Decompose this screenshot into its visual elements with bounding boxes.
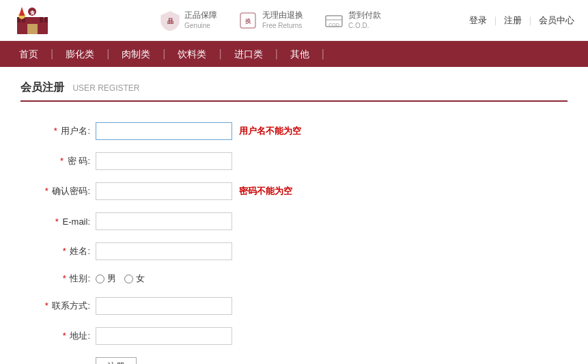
header: 食 品 正品保障 Genuine 换 无理由退换 Free Returns [0, 0, 588, 41]
nav-imported[interactable]: 进口类 [222, 41, 275, 67]
logo-icon: 食 [14, 3, 51, 38]
badge-genuine-en: Genuine [184, 21, 217, 30]
nav-meat[interactable]: 肉制类 [109, 41, 163, 67]
gender-male-label[interactable]: 男 [96, 272, 116, 285]
svg-rect-6 [44, 17, 48, 23]
nav-home[interactable]: 首页 [7, 41, 51, 67]
member-center-link[interactable]: 会员中心 [539, 14, 574, 27]
svg-text:品: 品 [167, 18, 173, 25]
registration-form: * 用户名: 用户名不能为空 * 密 码: * 确认密码: 密码不能为空 [20, 115, 568, 364]
username-label: * 用户名: [41, 125, 96, 137]
name-input[interactable] [96, 242, 232, 260]
gender-label: * 性别: [41, 272, 96, 285]
svg-marker-9 [19, 7, 25, 16]
badge-genuine-label: 正品保障 [184, 10, 217, 21]
confirm-password-input[interactable] [96, 182, 232, 200]
submit-button[interactable]: 注册 [96, 357, 137, 364]
password-row: * 密 码: [41, 152, 568, 170]
logo-area: 食 [14, 3, 51, 38]
main-nav: 首页 | 膨化类 | 肉制类 | 饮料类 | 进口类 | 其他 | [0, 41, 588, 67]
gender-male-radio[interactable] [96, 275, 104, 283]
svg-text:食: 食 [29, 10, 36, 15]
page-content: 会员注册 USER REGISTER * 用户名: 用户名不能为空 * 密 码:… [0, 67, 588, 364]
username-error: 用户名不能为空 [239, 125, 301, 137]
password-input[interactable] [96, 152, 232, 170]
shield-icon: 品 [160, 10, 180, 31]
contact-row: * 联系方式: [41, 297, 568, 315]
badge-returns: 换 无理由退换 Free Returns [238, 10, 303, 31]
badge-cod-label: 货到付款 [348, 10, 381, 21]
name-label: * 姓名: [41, 245, 96, 257]
svg-rect-7 [27, 24, 38, 34]
badge-cod-en: C.O.D. [348, 21, 381, 30]
contact-input[interactable] [96, 297, 232, 315]
badge-genuine: 品 正品保障 Genuine [160, 10, 217, 31]
submit-row: 注册 [41, 357, 568, 364]
svg-rect-5 [40, 17, 43, 23]
name-row: * 姓名: [41, 242, 568, 260]
confirm-password-label: * 确认密码: [41, 185, 96, 197]
email-row: * E-mail: [41, 212, 568, 230]
gender-female-label[interactable]: 女 [124, 272, 145, 285]
gender-group: 男 女 [96, 272, 145, 285]
password-label: * 密 码: [41, 155, 96, 167]
svg-text:COD: COD [328, 23, 339, 27]
badge-returns-en: Free Returns [262, 21, 303, 30]
address-row: * 地址: [41, 327, 568, 345]
confirm-password-row: * 确认密码: 密码不能为空 [41, 182, 568, 200]
address-label: * 地址: [41, 330, 96, 342]
register-link[interactable]: 注册 [504, 14, 522, 27]
header-badges: 品 正品保障 Genuine 换 无理由退换 Free Returns COD [72, 10, 469, 31]
nav-other[interactable]: 其他 [278, 41, 322, 67]
cod-icon: COD [324, 10, 344, 31]
confirm-password-error: 密码不能为空 [239, 185, 292, 197]
header-user: 登录 ｜ 注册 ｜ 会员中心 [469, 14, 574, 27]
badge-cod: COD 货到付款 C.O.D. [324, 10, 381, 31]
contact-label: * 联系方式: [41, 300, 96, 312]
gender-female-radio[interactable] [124, 275, 133, 283]
address-input[interactable] [96, 327, 232, 345]
return-icon: 换 [238, 10, 258, 31]
svg-text:换: 换 [245, 18, 251, 25]
login-link[interactable]: 登录 [469, 14, 487, 27]
page-title: 会员注册 USER REGISTER [20, 81, 568, 102]
email-input[interactable] [96, 212, 232, 230]
username-row: * 用户名: 用户名不能为空 [41, 122, 568, 140]
badge-returns-label: 无理由退换 [262, 10, 303, 21]
email-label: * E-mail: [41, 216, 96, 227]
nav-drinks[interactable]: 饮料类 [165, 41, 219, 67]
gender-row: * 性别: 男 女 [41, 272, 568, 285]
nav-puffed[interactable]: 膨化类 [53, 41, 107, 67]
username-input[interactable] [96, 122, 232, 140]
